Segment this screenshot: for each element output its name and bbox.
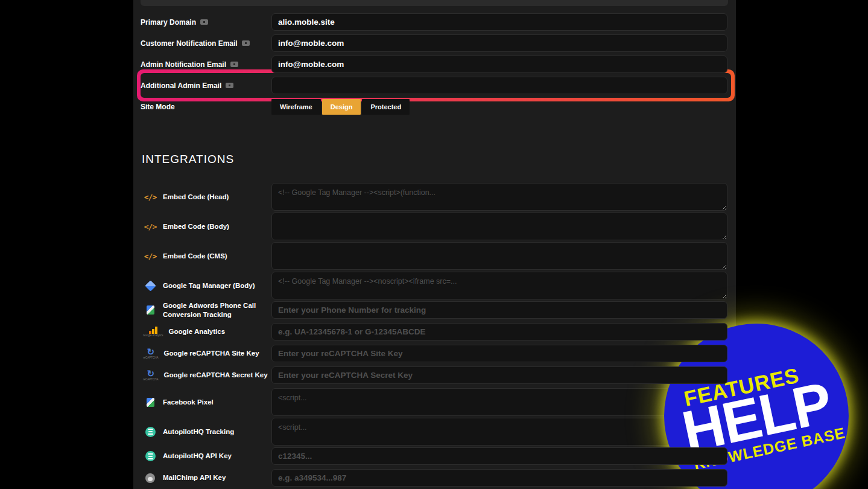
integration-row: AutopilotHQ API Key [141, 447, 727, 465]
integration-label-group: ↻reCAPTCHAGoogle reCAPTCHA Secret Key [141, 369, 271, 382]
integration-label: AutopilotHQ Tracking [163, 427, 238, 436]
integration-label-group: Facebook Pixel [141, 398, 271, 407]
integration-label-group: MailChimp API Key [141, 473, 271, 483]
integration-row: MailChimp API Key [141, 469, 727, 487]
integration-label-group: </>Embed Code (Body) [141, 222, 271, 231]
icon-caption: reCAPTCHA [143, 379, 159, 382]
integration-label-group: ↻reCAPTCHAGoogle reCAPTCHA Site Key [141, 347, 271, 360]
google-adwords-icon [143, 305, 157, 315]
site-mode-design-button[interactable]: Design [322, 99, 361, 115]
integration-label: AutopilotHQ API Key [163, 452, 235, 460]
integration-row: </>Embed Code (CMS) [141, 242, 727, 270]
code-icon: </> [143, 223, 157, 231]
integration-label: Embed Code (Head) [163, 193, 232, 201]
info-icon[interactable] [200, 19, 208, 25]
admin-notification-email-input[interactable] [271, 56, 727, 73]
embed-code-cms-field[interactable] [271, 242, 727, 270]
integration-label-group: </>Embed Code (Head) [141, 193, 271, 201]
autopilot-icon [143, 451, 157, 461]
google-tag-manager-icon [143, 282, 157, 290]
integration-label-group: AutopilotHQ Tracking [141, 427, 271, 437]
integration-label-group: Google Adwords Phone Call Conversion Tra… [141, 301, 271, 319]
integration-label: Google Analytics [169, 327, 229, 336]
info-icon[interactable] [242, 40, 250, 46]
setting-label: Additional Admin Email [141, 82, 271, 90]
integration-row: </>Embed Code (Body) [141, 213, 727, 240]
integration-row: </>Embed Code (Head) [141, 183, 727, 211]
setting-label-text: Additional Admin Email [141, 82, 221, 90]
site-mode-row: Site ModeWireframeDesignProtected [141, 96, 727, 117]
setting-row: Customer Notification Email [141, 33, 727, 54]
customer-notification-email-input[interactable] [271, 34, 727, 52]
integration-label: MailChimp API Key [163, 473, 229, 482]
facebook-pixel-icon [143, 398, 157, 407]
integration-row: AutopilotHQ Tracking [141, 418, 727, 446]
primary-domain-input[interactable] [271, 13, 727, 31]
embed-code-body-field[interactable] [271, 213, 727, 240]
integration-label-group: Google AnalyticsGoogle Analytics [141, 327, 271, 337]
info-icon[interactable] [226, 83, 233, 88]
setting-label-text: Primary Domain [141, 18, 196, 27]
integration-label: Google reCAPTCHA Site Key [164, 349, 263, 357]
integration-row: Google Tag Manager (Body) [141, 272, 727, 299]
setting-label: Primary Domain [141, 18, 271, 27]
integration-row: ↻reCAPTCHAGoogle reCAPTCHA Site Key [141, 345, 727, 362]
integration-label: Facebook Pixel [163, 398, 217, 406]
google-recaptcha-secret-key-field[interactable] [271, 366, 727, 384]
site-mode-label: Site Mode [141, 103, 271, 111]
site-mode-wireframe-button[interactable]: Wireframe [271, 99, 321, 115]
setting-row: Primary Domain [141, 11, 727, 33]
info-icon[interactable] [230, 62, 238, 67]
google-recaptcha-site-key-field[interactable] [271, 345, 727, 362]
integration-label: Embed Code (Body) [163, 222, 233, 231]
site-mode-protected-button[interactable]: Protected [362, 99, 410, 115]
site-mode-label-text: Site Mode [141, 103, 175, 111]
code-icon: </> [143, 193, 157, 201]
google-tag-manager-body-field[interactable] [271, 272, 727, 299]
settings-panel: Primary Domain Customer Notification Ema… [133, 0, 736, 489]
settings-rows: Primary Domain Customer Notification Ema… [141, 11, 727, 117]
setting-label: Admin Notification Email [141, 60, 271, 69]
embed-code-head-field[interactable] [271, 183, 727, 211]
integration-label-group: AutopilotHQ API Key [141, 451, 271, 461]
additional-admin-email-input[interactable] [271, 77, 727, 94]
icon-caption: reCAPTCHA [143, 357, 159, 360]
mailchimp-api-key-field[interactable] [271, 469, 727, 487]
integration-label-group: </>Embed Code (CMS) [141, 252, 271, 260]
integration-label-group: Google Tag Manager (Body) [141, 281, 271, 290]
integration-row: Google Adwords Phone Call Conversion Tra… [141, 301, 727, 319]
mailchimp-icon [143, 473, 157, 483]
google-adwords-phone-call-conversion-tracking-field[interactable] [271, 301, 727, 319]
integration-label: Google Tag Manager (Body) [163, 281, 259, 290]
integration-row: Facebook Pixel [141, 388, 727, 416]
setting-label: Customer Notification Email [141, 39, 271, 48]
integration-label: Google reCAPTCHA Secret Key [164, 371, 271, 379]
autopilothq-tracking-field[interactable] [271, 418, 727, 446]
integration-label: Google Adwords Phone Call Conversion Tra… [163, 301, 271, 319]
recaptcha-icon: ↻reCAPTCHA [143, 369, 159, 382]
setting-label-text: Customer Notification Email [141, 39, 238, 48]
autopilot-icon [143, 427, 157, 437]
screen: Primary Domain Customer Notification Ema… [0, 0, 868, 489]
integration-row: Google AnalyticsGoogle Analytics [141, 323, 727, 340]
setting-label-text: Admin Notification Email [141, 60, 226, 69]
integrations-rows: </>Embed Code (Head)</>Embed Code (Body)… [141, 183, 727, 489]
partial-field-above[interactable] [141, 0, 728, 6]
code-icon: </> [143, 252, 157, 260]
setting-row: Additional Admin Email [141, 75, 727, 96]
integration-label: Embed Code (CMS) [163, 252, 231, 260]
autopilothq-api-key-field[interactable] [271, 447, 727, 465]
icon-caption: Google Analytics [143, 334, 163, 337]
recaptcha-icon: ↻reCAPTCHA [143, 347, 159, 360]
integrations-heading: INTEGRATIONS [142, 153, 234, 166]
google-analytics-icon: Google Analytics [143, 327, 163, 337]
site-mode-toggle-group: WireframeDesignProtected [271, 99, 727, 115]
integration-row: ↻reCAPTCHAGoogle reCAPTCHA Secret Key [141, 366, 727, 384]
google-analytics-field[interactable] [271, 323, 727, 340]
